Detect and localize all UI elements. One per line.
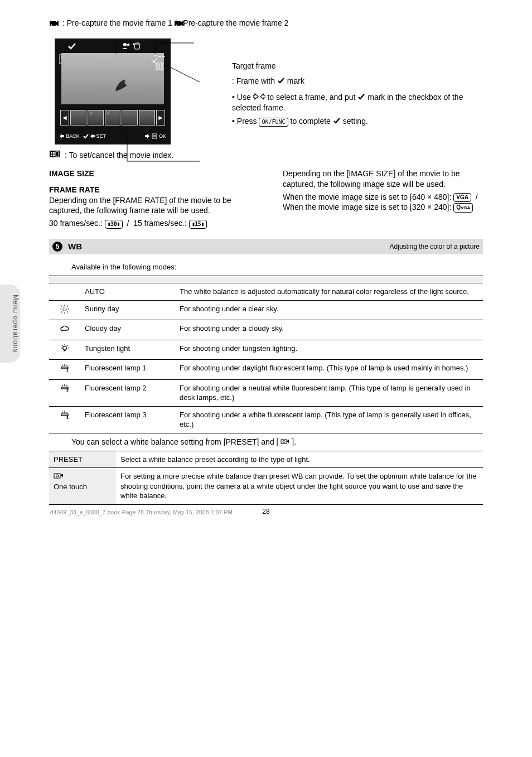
svg-text:1: 1 bbox=[66, 369, 69, 373]
ok-func-button: OK/FUNC bbox=[259, 118, 288, 127]
svg-point-65 bbox=[283, 440, 285, 442]
svg-point-6 bbox=[123, 43, 127, 46]
fluorescent3-icon: 3 bbox=[60, 410, 70, 420]
svg-rect-26 bbox=[51, 152, 52, 153]
movie-index-icon bbox=[49, 150, 60, 158]
person-star-icon bbox=[122, 42, 130, 50]
image-size-text: Depending on the [IMAGE SIZE] of the mov… bbox=[283, 168, 483, 190]
cloud-icon bbox=[60, 324, 70, 334]
section-number: 5 bbox=[52, 242, 62, 252]
trash-target-icon bbox=[151, 55, 167, 70]
callout-frame-with-mark: : Frame with mark bbox=[232, 76, 483, 86]
svg-line-40 bbox=[61, 311, 62, 312]
one-touch-th: One touch bbox=[49, 468, 116, 505]
svg-line-38 bbox=[61, 306, 62, 307]
svg-rect-66 bbox=[54, 474, 60, 478]
one-touch-inline-icon bbox=[280, 437, 289, 446]
image-size-320: When the movie image size is set to [320… bbox=[283, 202, 483, 213]
wb-desc: For shooting under a cloudy sky. bbox=[175, 320, 483, 340]
svg-line-22 bbox=[166, 65, 200, 82]
fluorescent2-icon: 2 bbox=[60, 383, 70, 393]
strip-left-arrow[interactable]: ◄ bbox=[60, 110, 69, 126]
strip-thumb[interactable]: ✓ bbox=[88, 110, 104, 126]
preset-th: PRESET bbox=[49, 451, 116, 468]
wb-label: Fluorescent lamp 1 bbox=[80, 360, 175, 380]
wb-label: Sunny day bbox=[80, 300, 175, 320]
svg-text:2: 2 bbox=[66, 389, 69, 393]
check-icon bbox=[277, 76, 285, 86]
check-icon bbox=[333, 116, 341, 127]
svg-rect-27 bbox=[53, 152, 55, 153]
vga-badge: VGA bbox=[453, 193, 471, 202]
strip-thumb[interactable]: ✓ bbox=[105, 110, 121, 126]
image-size-heading: IMAGE SIZE bbox=[49, 168, 249, 179]
svg-rect-43 bbox=[64, 350, 66, 351]
image-size-640: When the movie image size is set to [640… bbox=[283, 192, 483, 202]
bird-silhouette bbox=[110, 73, 132, 97]
rate-15-badge: ▮15▮ bbox=[189, 220, 207, 229]
cam2-icon: 2 bbox=[174, 19, 184, 27]
svg-rect-28 bbox=[51, 153, 52, 155]
svg-line-41 bbox=[67, 306, 69, 307]
wb-available-heading: Available in the following modes: bbox=[71, 262, 483, 272]
ok-hint: OK bbox=[144, 133, 166, 139]
section-subtitle: Adjusting the color of a picture bbox=[390, 242, 480, 251]
svg-rect-30 bbox=[51, 155, 52, 156]
frame-rate-text: Depending on the [FRAME RATE] of the mov… bbox=[49, 195, 249, 216]
wb-desc: For shooting under a white fluorescent l… bbox=[175, 406, 483, 433]
preset-desc: Select a white balance preset according … bbox=[116, 451, 483, 468]
preset-table: PRESET Select a white balance preset acc… bbox=[49, 451, 483, 505]
wb-label: Fluorescent lamp 3 bbox=[80, 406, 175, 433]
one-touch-icon bbox=[54, 472, 64, 481]
section-wb: 5 WB Adjusting the color of a picture bbox=[49, 239, 483, 254]
fluorescent1-icon: 1 bbox=[60, 363, 70, 373]
svg-point-42 bbox=[63, 346, 66, 349]
sun-icon bbox=[60, 304, 70, 314]
svg-line-48 bbox=[67, 345, 67, 346]
svg-line-39 bbox=[67, 311, 69, 312]
wb-table: AUTO The white balance is adjusted autom… bbox=[49, 276, 483, 433]
lcd-screenshot: PRE ◄ ✓ ✓ ► BACK bbox=[55, 38, 216, 144]
bulb-icon bbox=[60, 344, 70, 354]
wb-label: Fluorescent lamp 2 bbox=[80, 379, 175, 406]
svg-line-47 bbox=[62, 345, 62, 346]
main-preview bbox=[61, 53, 164, 104]
qvga-badge: QVGA bbox=[453, 203, 473, 213]
page-number: 28 bbox=[262, 507, 269, 516]
rate-30-badge: ▮30▮ bbox=[105, 220, 123, 229]
wb-label: Tungsten light bbox=[80, 340, 175, 360]
cam1-icon: 1 bbox=[49, 19, 59, 27]
callout-movie-index: : To set/cancel the movie index. bbox=[65, 150, 173, 161]
callout-use-arrows: • Use to select a frame, and put mark in… bbox=[232, 92, 483, 113]
check-icon bbox=[67, 42, 77, 50]
strip-thumb[interactable] bbox=[70, 110, 86, 126]
svg-point-33 bbox=[63, 307, 66, 311]
svg-text:3: 3 bbox=[66, 416, 69, 420]
svg-point-67 bbox=[56, 475, 58, 477]
svg-rect-31 bbox=[53, 155, 55, 156]
wb-label: Cloudy day bbox=[80, 320, 175, 340]
callout-target-frame: Target frame bbox=[232, 61, 483, 71]
page-footer: d4349_33_e_0000_7.book Page 28 Thursday,… bbox=[50, 509, 233, 517]
wb-desc: For shooting under daylight fluorescent … bbox=[175, 360, 483, 380]
strip-thumb[interactable] bbox=[139, 110, 155, 126]
wb-desc: For shooting under a clear sky. bbox=[175, 300, 483, 320]
svg-marker-1 bbox=[56, 21, 59, 26]
thumbnail-strip: ◄ ✓ ✓ ► bbox=[60, 110, 165, 126]
strip-thumb[interactable] bbox=[122, 110, 138, 126]
wb-label: AUTO bbox=[80, 283, 175, 301]
strip-right-arrow[interactable]: ► bbox=[156, 110, 165, 126]
wb-desc: The white balance is adjusted automatica… bbox=[175, 283, 483, 301]
frame-rate-30: 30 frames/sec.: ▮30▮ / 15 frames/sec.: ▮… bbox=[49, 218, 249, 229]
callout-press-ok: • Press OK/FUNC to complete setting. bbox=[232, 116, 483, 127]
wb-desc: For shooting under a neutral white fluor… bbox=[175, 379, 483, 406]
one-touch-desc: For setting a more precise white balance… bbox=[116, 468, 483, 505]
preset-lead: You can select a white balance setting f… bbox=[71, 437, 483, 447]
left-right-icon bbox=[253, 92, 265, 103]
wb-desc: For shooting under tungsten lighting. bbox=[175, 340, 483, 360]
back-hint: BACK bbox=[59, 133, 80, 139]
svg-rect-29 bbox=[53, 153, 55, 155]
precapture-header: 1 : Pre-capture the movie frame 1 / : Pr… bbox=[49, 18, 483, 28]
frame-rate-heading: FRAME RATE bbox=[49, 185, 249, 195]
svg-marker-4 bbox=[181, 21, 183, 26]
